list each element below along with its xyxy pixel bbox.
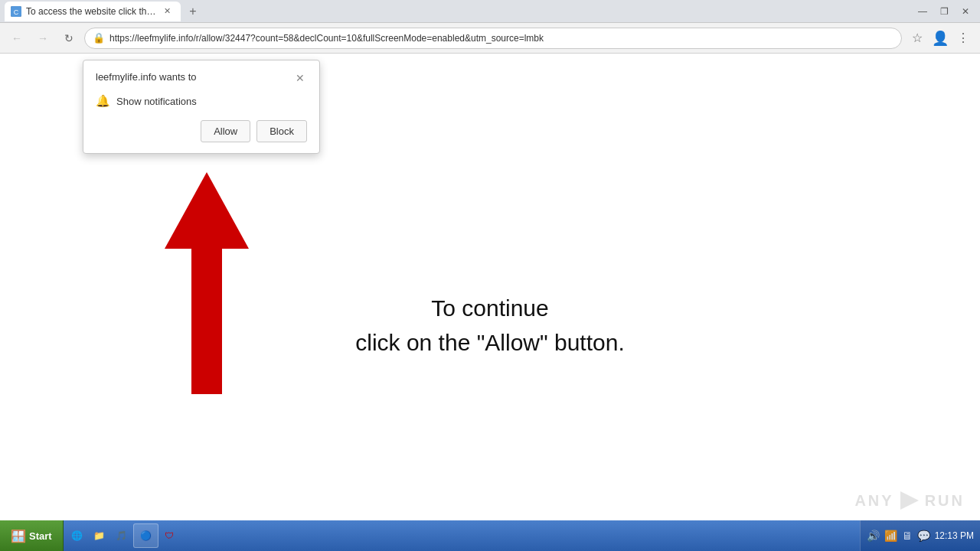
svg-marker-3 xyxy=(900,491,919,510)
watermark: ANY RUN xyxy=(854,488,965,513)
menu-icon[interactable]: ⋮ xyxy=(952,28,974,49)
back-button[interactable]: ← xyxy=(6,28,28,49)
svg-marker-2 xyxy=(165,172,249,394)
ie-logo-icon: 🌐 xyxy=(71,530,83,541)
taskbar-folder-icon[interactable]: 📁 xyxy=(89,523,109,548)
security-logo-icon: 🛡 xyxy=(165,530,174,541)
media-logo-icon: 🎵 xyxy=(116,530,127,541)
url-bar[interactable]: 🔒 https://leefmylife.info/r/allow/32447?… xyxy=(84,28,902,49)
ssl-lock-icon: 🔒 xyxy=(93,32,105,44)
tab-close-button[interactable]: ✕ xyxy=(161,5,173,18)
start-label: Start xyxy=(29,530,52,542)
page-message-line1: To continue xyxy=(0,291,980,325)
refresh-button[interactable]: ↻ xyxy=(58,28,80,49)
tab-title: To access the website click the "Allo xyxy=(26,6,156,17)
notification-popup: leefmylife.info wants to ✕ 🔔 Show notifi… xyxy=(83,60,320,154)
chrome-logo-icon: 🔵 xyxy=(140,530,152,541)
addressbar-right: ☆ 👤 ⋮ xyxy=(906,28,974,49)
maximize-button[interactable]: ❐ xyxy=(934,4,954,19)
taskbar-network-icon[interactable]: 📶 xyxy=(884,530,897,542)
allow-button[interactable]: Allow xyxy=(201,120,250,142)
user-icon[interactable]: 👤 xyxy=(929,28,951,49)
block-button[interactable]: Block xyxy=(256,120,307,142)
taskbar-media-icon[interactable]: 🎵 xyxy=(111,523,132,548)
close-window-button[interactable]: ✕ xyxy=(956,4,975,19)
url-text: https://leefmylife.info/r/allow/32447?co… xyxy=(109,33,893,44)
watermark-play-icon xyxy=(897,488,922,513)
taskbar-time: 12:13 PM xyxy=(935,530,974,543)
new-tab-button[interactable]: + xyxy=(184,2,202,21)
page-content: leefmylife.info wants to ✕ 🔔 Show notifi… xyxy=(0,54,980,520)
taskbar: 🪟 Start 🌐 📁 🎵 🔵 🛡 🔊 📶 🖥 💬 12:13 PM xyxy=(0,520,980,551)
taskbar-items: 🌐 📁 🎵 🔵 🛡 xyxy=(64,523,860,548)
page-message: To continue click on the "Allow" button. xyxy=(0,291,980,360)
minimize-button[interactable]: — xyxy=(913,4,933,19)
page-message-line2: click on the "Allow" button. xyxy=(0,325,980,360)
start-button[interactable]: 🪟 Start xyxy=(0,520,64,551)
popup-buttons: Allow Block xyxy=(96,120,307,142)
popup-notification-row: 🔔 Show notifications xyxy=(96,94,307,108)
addressbar: ← → ↻ 🔒 https://leefmylife.info/r/allow/… xyxy=(0,23,980,54)
folder-logo-icon: 📁 xyxy=(93,530,105,541)
bookmark-icon[interactable]: ☆ xyxy=(906,28,928,49)
taskbar-chrome-item[interactable]: 🔵 xyxy=(133,523,158,548)
taskbar-display-icon[interactable]: 🖥 xyxy=(902,530,913,542)
taskbar-volume-icon[interactable]: 🔊 xyxy=(867,530,880,542)
popup-title: leefmylife.info wants to xyxy=(96,71,197,83)
start-orb-icon: 🪟 xyxy=(11,529,26,543)
forward-button[interactable]: → xyxy=(32,28,54,49)
window-controls: — ❐ ✕ xyxy=(913,4,975,19)
taskbar-right: 🔊 📶 🖥 💬 12:13 PM xyxy=(860,520,980,551)
active-tab[interactable]: C To access the website click the "Allo … xyxy=(5,2,181,21)
red-arrow xyxy=(161,172,253,394)
taskbar-ie-icon[interactable]: 🌐 xyxy=(67,523,87,548)
popup-notification-text: Show notifications xyxy=(116,96,197,107)
taskbar-security-item[interactable]: 🛡 xyxy=(160,523,178,548)
titlebar-left: C To access the website click the "Allo … xyxy=(5,2,913,21)
titlebar: C To access the website click the "Allo … xyxy=(0,0,980,23)
bell-icon: 🔔 xyxy=(96,94,110,108)
svg-text:C: C xyxy=(14,8,19,16)
popup-close-button[interactable]: ✕ xyxy=(293,71,307,85)
tab-favicon: C xyxy=(11,6,21,17)
popup-header: leefmylife.info wants to ✕ xyxy=(96,71,307,85)
taskbar-message-icon[interactable]: 💬 xyxy=(917,530,930,542)
watermark-text-right: RUN xyxy=(925,492,965,510)
watermark-text-left: ANY xyxy=(854,492,893,510)
